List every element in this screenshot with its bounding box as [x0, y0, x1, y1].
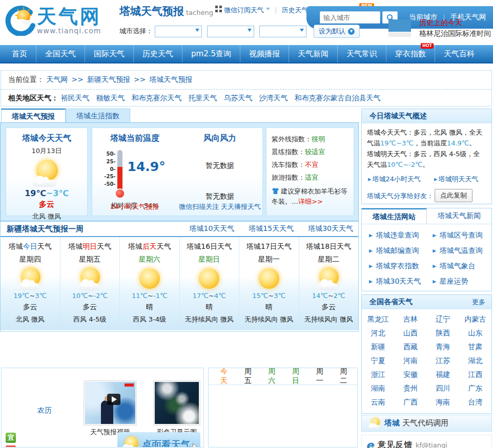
overview-link[interactable]: ▸塔城明天天气 [434, 174, 479, 184]
nav-item-全国天气[interactable]: 全国天气 [36, 45, 85, 62]
province-dropdown[interactable] [155, 26, 202, 37]
history-weather-link[interactable]: 历史天气 [281, 6, 308, 15]
weather-code-widget[interactable]: 塔城 天气代码调用 [361, 415, 492, 432]
related-area-link[interactable]: 和布克赛尔蒙古自治县天气 [294, 94, 380, 102]
province-link[interactable]: 福建 [427, 368, 459, 381]
related-area-link[interactable]: 裕民天气 [60, 94, 89, 102]
week-day-column[interactable]: 塔城明日天气星期五10℃~-2℃多云西风 4-5级 [60, 237, 120, 330]
related-area-link[interactable]: 和布克赛尔天气 [131, 94, 181, 102]
index-value-link[interactable]: 较适宜 [305, 148, 325, 156]
site-logo[interactable]: 天气网 www.tianqi.com [5, 5, 101, 36]
provinces-more-link[interactable]: 更多 [472, 295, 485, 309]
nav-item-天气新闻[interactable]: 天气新闻 [289, 45, 338, 62]
week-day-column[interactable]: 塔城今日天气星期四19℃~3℃多云北风 微风 [1, 237, 60, 330]
weather-video-thumbnail[interactable] [84, 380, 137, 425]
province-link[interactable]: 浙江 [362, 368, 394, 381]
life-link[interactable]: ▸ 塔城气象台 [433, 258, 491, 273]
province-link[interactable]: 湖北 [459, 354, 491, 368]
related-area-link[interactable]: 沙湾天气 [259, 94, 287, 102]
province-link[interactable]: 贵州 [394, 381, 426, 395]
province-link[interactable]: 广西 [394, 395, 426, 409]
province-link[interactable]: 海南 [427, 395, 459, 409]
nav-item-穿衣指数[interactable]: 穿衣指数HOT [386, 45, 435, 62]
province-link[interactable]: 西藏 [394, 340, 426, 354]
province-link[interactable]: 云南 [362, 395, 394, 409]
nav-item-视频播报[interactable]: 视频播报 [240, 45, 289, 62]
overview-link[interactable]: ▸塔城24小时天气 [368, 174, 421, 184]
desktop-weather-banner[interactable]: 桌面看天气 [117, 432, 200, 447]
week-range-link[interactable]: 塔城15天天气 [249, 224, 294, 232]
county-dropdown[interactable] [259, 26, 306, 37]
life-link[interactable]: ▸ 塔城邮编查询 [369, 243, 433, 258]
index-value-link[interactable]: 适宜 [305, 174, 318, 181]
wechat-subscribe-link[interactable]: 微信订阅天气 [215, 5, 270, 15]
tab-life-index[interactable]: 塔城生活指数 [66, 109, 130, 122]
province-link[interactable]: 甘肃 [459, 340, 491, 354]
week-range-link[interactable]: 塔城30天天气 [308, 224, 353, 232]
province-link[interactable]: 台湾 [459, 395, 491, 409]
province-link[interactable]: 山西 [394, 326, 426, 340]
set-default-button[interactable]: 设为默认▼ [314, 25, 360, 38]
province-link[interactable]: 江西 [459, 368, 491, 381]
index-value-link[interactable]: 不宜 [305, 161, 318, 168]
copy-button[interactable]: 点此复制 [435, 189, 473, 202]
nav-item-天气百科[interactable]: 天气百科 [435, 45, 483, 62]
life-link[interactable]: ▸ 塔城区号查询 [433, 227, 491, 243]
play-icon[interactable] [107, 394, 120, 405]
life-link[interactable]: ▸ 星座运势 [433, 273, 491, 289]
province-link[interactable]: 吉林 [394, 312, 426, 326]
life-link[interactable]: ▸ 塔城违章查询 [369, 227, 433, 243]
nav-item-首页[interactable]: 首页 [3, 45, 36, 62]
province-link[interactable]: 黑龙江 [362, 312, 394, 326]
week-day-column[interactable]: 塔城16日天气星期日17℃~4℃晴无持续风向 微风 [180, 237, 240, 330]
province-link[interactable]: 河南 [394, 354, 426, 368]
province-link[interactable]: 江苏 [427, 354, 459, 368]
breadcrumb-link[interactable]: 天气网 [46, 75, 68, 83]
related-area-link[interactable]: 额敏天气 [96, 94, 125, 102]
code-widget-city[interactable]: 塔城 [384, 418, 400, 428]
province-link[interactable]: 湖南 [362, 381, 394, 395]
link-24h-forecast[interactable]: 24小时天气预报 [92, 202, 177, 211]
dressing-detail-link[interactable]: 详细>> [298, 198, 323, 205]
province-link[interactable]: 新疆 [362, 340, 394, 354]
tab-weather-forecast[interactable]: 塔城天气预报 [1, 109, 66, 122]
satellite-thumbnail[interactable] [153, 380, 200, 425]
province-link[interactable]: 内蒙古 [459, 312, 491, 326]
breadcrumb-link[interactable]: 新疆天气预报 [87, 75, 130, 83]
feedback-bar[interactable]: e 意见反馈 kf@tianqi [361, 435, 492, 448]
week-day-column[interactable]: 塔城后天天气星期六11℃~-1℃晴西风 3-4级 [120, 237, 180, 330]
nav-item-pm2.5查询[interactable]: pm2.5查询 [182, 45, 240, 62]
day-tab-周日[interactable]: 周日 [285, 368, 310, 386]
tab-weather-news[interactable]: 塔城天气新闻 [426, 208, 491, 224]
day-tab-周五[interactable]: 周五 [238, 368, 262, 386]
nav-item-历史天气[interactable]: 历史天气 [134, 45, 182, 62]
province-link[interactable]: 四川 [427, 381, 459, 395]
province-link[interactable]: 广东 [459, 381, 491, 395]
province-link[interactable]: 宁夏 [362, 354, 394, 368]
province-link[interactable]: 辽宁 [427, 312, 459, 326]
week-day-column[interactable]: 塔城18日天气星期二14℃~2℃多云无持续风向 微风 [299, 237, 359, 330]
province-link[interactable]: 安徽 [394, 368, 426, 381]
day-tab-周二[interactable]: 周二 [333, 368, 357, 386]
related-area-link[interactable]: 托里天气 [188, 94, 217, 102]
day-tab-周六[interactable]: 周六 [261, 368, 285, 386]
related-area-link[interactable]: 乌苏天气 [223, 94, 252, 102]
wechat-scan-link[interactable]: 微信扫描关注 天天播报天气 [177, 202, 262, 211]
province-link[interactable]: 山东 [459, 326, 491, 340]
week-day-column[interactable]: 塔城17日天气星期一15℃~3℃晴无持续风向 微风 [239, 237, 299, 330]
day-tab-周一[interactable]: 周一 [310, 368, 334, 386]
life-link[interactable]: ▸ 塔城30天天气 [369, 273, 433, 289]
tab-life-sites[interactable]: 塔城生活网站 [362, 208, 426, 224]
province-link[interactable]: 陕西 [427, 326, 459, 340]
day-tab-今天[interactable]: 今天 [214, 368, 238, 386]
week-range-link[interactable]: 塔城10天天气 [190, 224, 235, 232]
life-link[interactable]: ▸ 塔城气温查询 [433, 243, 491, 258]
life-link[interactable]: ▸ 塔城穿衣指数 [369, 258, 433, 273]
search-input[interactable] [320, 11, 380, 24]
province-link[interactable]: 河北 [362, 326, 394, 340]
city-dropdown[interactable] [207, 26, 254, 37]
nav-item-国际天气[interactable]: 国际天气 [85, 45, 134, 62]
province-link[interactable]: 青海 [427, 340, 459, 354]
breadcrumb-link[interactable]: 塔城天气预报 [149, 75, 192, 83]
index-value-link[interactable]: 很弱 [312, 135, 325, 143]
